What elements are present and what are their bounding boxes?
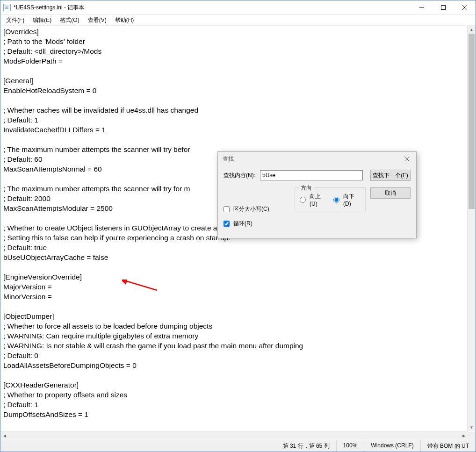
direction-down-label: 向下(D) — [343, 193, 361, 207]
maximize-icon — [441, 5, 446, 10]
find-input[interactable] — [260, 170, 363, 180]
scroll-right-button[interactable]: ▶ — [460, 432, 468, 440]
find-dialog[interactable]: 查找 查找内容(N): 查找下一个(F) 方向 向上(U) — [217, 151, 417, 238]
find-title: 查找 — [223, 155, 397, 163]
menu-view[interactable]: 查看(V) — [84, 15, 110, 25]
direction-down-radio[interactable] — [333, 197, 339, 203]
menu-file[interactable]: 文件(F) — [2, 15, 28, 25]
close-button[interactable] — [454, 0, 476, 14]
direction-legend: 方向 — [299, 184, 314, 192]
scroll-thumb[interactable] — [469, 34, 475, 209]
scroll-left-button[interactable]: ◀ — [0, 432, 8, 440]
window-title: *UE4SS-settings.ini - 记事本 — [14, 4, 411, 12]
minimize-icon — [419, 5, 424, 10]
scroll-track[interactable] — [468, 34, 476, 423]
find-next-button[interactable]: 查找下一个(F) — [370, 170, 411, 181]
scroll-corner — [468, 432, 476, 440]
app-icon — [3, 4, 11, 11]
title-bar[interactable]: *UE4SS-settings.ini - 记事本 — [0, 0, 476, 15]
editor-area: [Overrides] ; Path to the 'Mods' folder … — [0, 26, 476, 440]
status-zoom: 100% — [336, 440, 364, 452]
scroll-down-button[interactable]: ▼ — [468, 423, 476, 431]
wrap-option[interactable]: 循环(R) — [224, 220, 366, 228]
notepad-window: *UE4SS-settings.ini - 记事本 文件(F) 编辑(E) 格式… — [0, 0, 476, 452]
maximize-button[interactable] — [433, 0, 454, 14]
menu-help[interactable]: 帮助(H) — [111, 15, 138, 25]
match-case-checkbox[interactable] — [224, 206, 230, 212]
direction-group: 方向 向上(U) 向下(D) — [295, 187, 366, 211]
find-body: 查找内容(N): 查找下一个(F) 方向 向上(U) — [218, 166, 416, 232]
minimize-button[interactable] — [411, 0, 433, 14]
vertical-scrollbar[interactable]: ▲ ▼ — [467, 26, 476, 431]
find-content-label: 查找内容(N): — [224, 172, 255, 179]
status-position: 第 31 行，第 65 列 — [276, 440, 336, 452]
status-eol: Windows (CRLF) — [364, 440, 420, 452]
menu-format[interactable]: 格式(O) — [56, 15, 83, 25]
direction-down-option[interactable]: 向下(D) — [333, 193, 361, 207]
close-icon — [462, 5, 467, 10]
wrap-checkbox[interactable] — [224, 221, 230, 227]
window-controls — [411, 0, 476, 14]
menu-bar: 文件(F) 编辑(E) 格式(O) 查看(V) 帮助(H) — [0, 15, 476, 26]
svg-rect-1 — [441, 6, 446, 10]
status-encoding: 带有 BOM 的 UT — [420, 440, 476, 452]
direction-up-radio[interactable] — [300, 197, 306, 203]
direction-up-option[interactable]: 向上(U) — [300, 193, 327, 207]
find-title-bar[interactable]: 查找 — [218, 152, 416, 166]
close-icon — [404, 157, 409, 161]
status-bar: 第 31 行，第 65 列 100% Windows (CRLF) 带有 BOM… — [0, 440, 476, 452]
scroll-up-button[interactable]: ▲ — [468, 26, 476, 34]
direction-up-label: 向上(U) — [310, 193, 327, 207]
horizontal-scrollbar[interactable]: ◀ ▶ — [0, 431, 468, 440]
cancel-button[interactable]: 取消 — [370, 187, 411, 199]
menu-edit[interactable]: 编辑(E) — [29, 15, 55, 25]
match-case-label: 区分大小写(C) — [233, 205, 269, 213]
wrap-label: 循环(R) — [233, 220, 252, 228]
find-close-button[interactable] — [397, 152, 416, 166]
